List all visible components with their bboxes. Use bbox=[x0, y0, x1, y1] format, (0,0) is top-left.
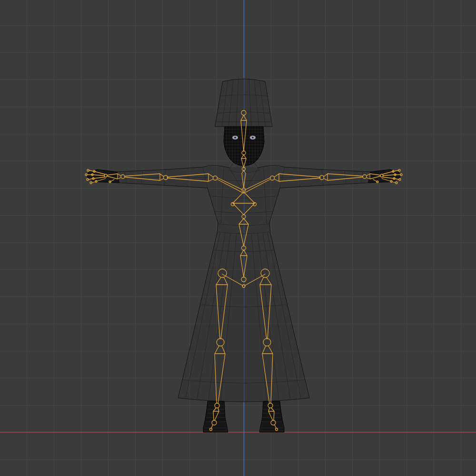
character-mesh[interactable] bbox=[87, 78, 400, 432]
eye-left-pupil bbox=[234, 137, 236, 139]
hand-right-mesh[interactable] bbox=[368, 169, 400, 183]
3d-viewport[interactable] bbox=[0, 0, 476, 476]
hand-left-mesh[interactable] bbox=[87, 169, 119, 183]
viewport-overlay bbox=[0, 0, 476, 476]
boot-right[interactable] bbox=[259, 401, 284, 432]
eye-right-pupil bbox=[252, 137, 254, 139]
boot-left[interactable] bbox=[203, 401, 228, 432]
